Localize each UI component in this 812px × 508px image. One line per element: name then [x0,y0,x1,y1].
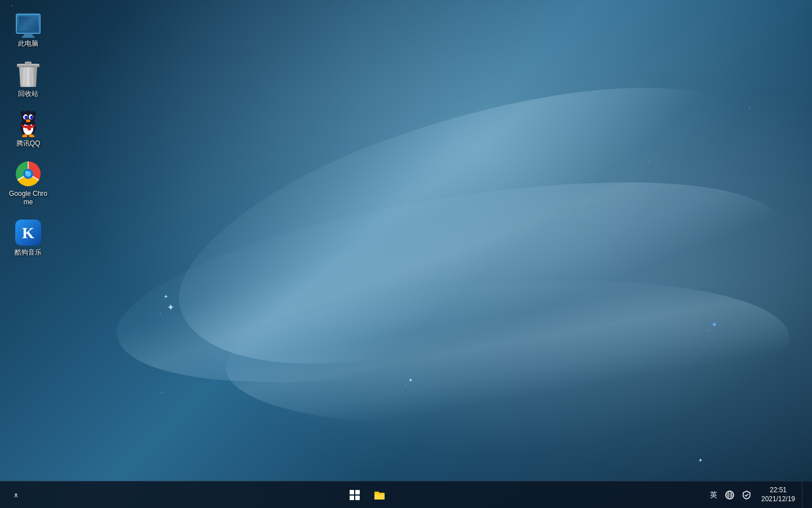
svg-point-17 [20,111,25,116]
desktop-icon-tencent-qq[interactable]: 腾讯QQ [6,106,51,153]
desktop-icon-area: 此电脑 [0,0,51,268]
svg-rect-1 [25,62,32,64]
desktop-icon-recycle-bin[interactable]: 回收站 [6,56,51,103]
taskbar-left: ∧ [0,484,27,506]
recycle-bin-icon [16,61,40,87]
show-desktop-button[interactable] [802,481,805,508]
chrome-icon [15,161,41,187]
file-explorer-button[interactable] [368,484,391,506]
clock-date: 2021/12/19 [761,495,795,504]
taskbar: ∧ 英 [0,481,812,508]
svg-line-4 [32,69,33,85]
svg-text:K: K [22,224,34,242]
svg-point-18 [32,111,36,116]
tray-expand-icon: ∧ [14,491,19,499]
file-explorer-icon [373,489,386,501]
svg-line-2 [24,69,24,85]
recycle-bin-icon-img [15,60,42,87]
this-computer-icon-img [15,10,42,37]
chrome-icon-img [15,160,42,187]
security-tray-button[interactable] [739,481,754,508]
security-icon [742,491,751,500]
qq-label: 腾讯QQ [16,139,41,148]
system-tray: 英 22:51 [707,481,805,508]
desktop-icon-kuwo-music[interactable]: K 酷狗音乐 [6,214,51,262]
chrome-label: Google Chrome [8,190,48,207]
start-button[interactable] [343,484,366,506]
kuwo-icon: K [15,220,41,246]
svg-rect-19 [28,125,31,130]
clock-time: 22:51 [770,486,787,495]
desktop-background [0,0,812,508]
kuwo-label: 酷狗音乐 [15,248,42,257]
svg-point-13 [30,116,33,119]
svg-point-15 [32,116,33,117]
network-icon [725,491,734,500]
qq-icon-img [15,110,42,137]
svg-point-14 [26,116,27,117]
desktop-icon-this-computer[interactable]: 此电脑 [6,6,51,53]
clock-button[interactable]: 22:51 2021/12/19 [756,481,801,508]
taskbar-center [343,484,391,506]
language-label: 英 [710,490,717,500]
qq-icon [15,110,41,137]
windows-logo-icon [350,490,360,500]
monitor-screen [19,16,38,31]
svg-point-12 [25,116,28,119]
recycle-bin-label: 回收站 [18,90,38,99]
kuwo-icon-img: K [15,219,42,246]
svg-point-16 [26,120,30,122]
this-computer-label: 此电脑 [18,40,38,49]
network-tray-button[interactable] [722,481,738,508]
monitor-icon [16,14,41,34]
taskbar-right: 英 22:51 [707,481,812,508]
desktop-icon-google-chrome[interactable]: Google Chrome [6,156,51,212]
language-button[interactable]: 英 [707,481,721,508]
svg-point-26 [25,171,28,173]
tray-expand-button[interactable]: ∧ [5,484,27,506]
